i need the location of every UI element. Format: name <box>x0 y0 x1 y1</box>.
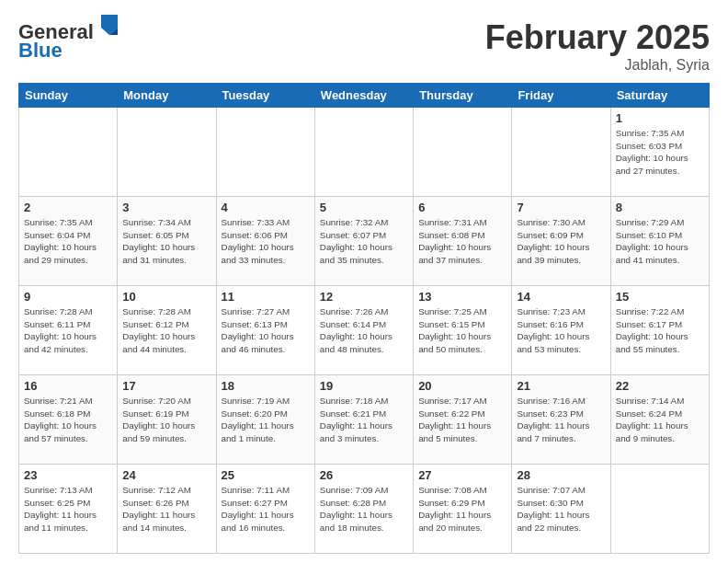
day-info: Sunrise: 7:13 AM Sunset: 6:25 PM Dayligh… <box>24 484 112 534</box>
day-info: Sunrise: 7:14 AM Sunset: 6:24 PM Dayligh… <box>616 395 704 445</box>
day-info: Sunrise: 7:21 AM Sunset: 6:18 PM Dayligh… <box>24 395 112 445</box>
day-number: 13 <box>418 290 506 304</box>
calendar-cell: 14Sunrise: 7:23 AM Sunset: 6:16 PM Dayli… <box>512 286 610 375</box>
day-info: Sunrise: 7:26 AM Sunset: 6:14 PM Dayligh… <box>320 305 408 356</box>
calendar-cell <box>512 108 610 197</box>
month-year: February 2025 <box>485 18 710 57</box>
day-info: Sunrise: 7:35 AM Sunset: 6:03 PM Dayligh… <box>616 127 704 178</box>
calendar-week-3: 9Sunrise: 7:28 AM Sunset: 6:11 PM Daylig… <box>19 286 710 375</box>
calendar-cell: 24Sunrise: 7:12 AM Sunset: 6:26 PM Dayli… <box>118 465 216 554</box>
day-info: Sunrise: 7:08 AM Sunset: 6:29 PM Dayligh… <box>418 484 506 534</box>
col-header-monday: Monday <box>118 84 216 108</box>
day-number: 25 <box>222 468 310 482</box>
page: General Blue February 2025 Jablah, Syria… <box>0 0 728 563</box>
calendar-cell: 11Sunrise: 7:27 AM Sunset: 6:13 PM Dayli… <box>216 286 314 375</box>
col-header-wednesday: Wednesday <box>314 84 413 108</box>
day-info: Sunrise: 7:25 AM Sunset: 6:15 PM Dayligh… <box>418 305 506 356</box>
day-info: Sunrise: 7:22 AM Sunset: 6:17 PM Dayligh… <box>616 305 704 356</box>
calendar-cell <box>216 108 314 197</box>
day-number: 17 <box>122 379 210 393</box>
day-info: Sunrise: 7:29 AM Sunset: 6:10 PM Dayligh… <box>616 216 704 267</box>
day-number: 3 <box>122 201 210 214</box>
location: Jablah, Syria <box>485 57 710 74</box>
calendar-cell: 27Sunrise: 7:08 AM Sunset: 6:29 PM Dayli… <box>414 465 512 554</box>
calendar-week-4: 16Sunrise: 7:21 AM Sunset: 6:18 PM Dayli… <box>19 375 710 465</box>
day-info: Sunrise: 7:16 AM Sunset: 6:23 PM Dayligh… <box>517 395 605 445</box>
day-info: Sunrise: 7:11 AM Sunset: 6:27 PM Dayligh… <box>222 484 310 534</box>
calendar-week-5: 23Sunrise: 7:13 AM Sunset: 6:25 PM Dayli… <box>19 465 710 554</box>
day-number: 7 <box>517 201 605 214</box>
day-info: Sunrise: 7:07 AM Sunset: 6:30 PM Dayligh… <box>517 484 605 534</box>
day-number: 19 <box>320 379 408 393</box>
day-info: Sunrise: 7:32 AM Sunset: 6:07 PM Dayligh… <box>320 216 408 267</box>
col-header-sunday: Sunday <box>19 84 118 108</box>
day-info: Sunrise: 7:19 AM Sunset: 6:20 PM Dayligh… <box>222 395 310 445</box>
day-number: 22 <box>616 379 704 393</box>
calendar-cell: 19Sunrise: 7:18 AM Sunset: 6:21 PM Dayli… <box>314 375 413 465</box>
day-number: 21 <box>517 379 605 393</box>
day-info: Sunrise: 7:27 AM Sunset: 6:13 PM Dayligh… <box>222 305 310 356</box>
calendar-cell: 16Sunrise: 7:21 AM Sunset: 6:18 PM Dayli… <box>19 375 118 465</box>
day-info: Sunrise: 7:35 AM Sunset: 6:04 PM Dayligh… <box>24 216 112 267</box>
day-info: Sunrise: 7:17 AM Sunset: 6:22 PM Dayligh… <box>418 395 506 445</box>
calendar-cell: 7Sunrise: 7:30 AM Sunset: 6:09 PM Daylig… <box>512 197 610 286</box>
day-number: 9 <box>24 290 112 304</box>
day-info: Sunrise: 7:28 AM Sunset: 6:11 PM Dayligh… <box>24 305 112 356</box>
day-info: Sunrise: 7:34 AM Sunset: 6:05 PM Dayligh… <box>122 216 210 267</box>
calendar-cell: 23Sunrise: 7:13 AM Sunset: 6:25 PM Dayli… <box>19 465 118 554</box>
day-info: Sunrise: 7:20 AM Sunset: 6:19 PM Dayligh… <box>122 395 210 445</box>
calendar-cell <box>19 108 118 197</box>
logo-icon <box>101 15 118 35</box>
calendar-cell: 2Sunrise: 7:35 AM Sunset: 6:04 PM Daylig… <box>19 197 118 286</box>
calendar-cell: 18Sunrise: 7:19 AM Sunset: 6:20 PM Dayli… <box>216 375 314 465</box>
calendar-cell: 1Sunrise: 7:35 AM Sunset: 6:03 PM Daylig… <box>610 108 709 197</box>
day-number: 10 <box>122 290 210 304</box>
day-number: 27 <box>418 468 506 482</box>
logo: General Blue <box>18 18 118 62</box>
day-number: 4 <box>222 201 310 214</box>
day-number: 12 <box>320 290 408 304</box>
day-number: 2 <box>24 201 112 214</box>
calendar-week-2: 2Sunrise: 7:35 AM Sunset: 6:04 PM Daylig… <box>19 197 710 286</box>
calendar-cell <box>118 108 216 197</box>
calendar-week-1: 1Sunrise: 7:35 AM Sunset: 6:03 PM Daylig… <box>19 108 710 197</box>
day-number: 23 <box>24 468 112 482</box>
day-number: 15 <box>616 290 704 304</box>
day-number: 14 <box>517 290 605 304</box>
calendar-cell: 6Sunrise: 7:31 AM Sunset: 6:08 PM Daylig… <box>414 197 512 286</box>
day-number: 28 <box>517 468 605 482</box>
col-header-thursday: Thursday <box>414 84 512 108</box>
calendar-cell: 9Sunrise: 7:28 AM Sunset: 6:11 PM Daylig… <box>19 286 118 375</box>
day-info: Sunrise: 7:09 AM Sunset: 6:28 PM Dayligh… <box>320 484 408 534</box>
calendar-cell <box>314 108 413 197</box>
day-info: Sunrise: 7:23 AM Sunset: 6:16 PM Dayligh… <box>517 305 605 356</box>
day-info: Sunrise: 7:28 AM Sunset: 6:12 PM Dayligh… <box>122 305 210 356</box>
calendar-cell: 12Sunrise: 7:26 AM Sunset: 6:14 PM Dayli… <box>314 286 413 375</box>
calendar-cell: 15Sunrise: 7:22 AM Sunset: 6:17 PM Dayli… <box>610 286 709 375</box>
day-info: Sunrise: 7:33 AM Sunset: 6:06 PM Dayligh… <box>222 216 310 267</box>
day-number: 6 <box>418 201 506 214</box>
calendar-table: SundayMondayTuesdayWednesdayThursdayFrid… <box>18 83 710 554</box>
day-info: Sunrise: 7:18 AM Sunset: 6:21 PM Dayligh… <box>320 395 408 445</box>
day-number: 5 <box>320 201 408 214</box>
day-number: 20 <box>418 379 506 393</box>
day-number: 16 <box>24 379 112 393</box>
day-number: 11 <box>222 290 310 304</box>
calendar-cell <box>610 465 709 554</box>
col-header-tuesday: Tuesday <box>216 84 314 108</box>
calendar-cell: 17Sunrise: 7:20 AM Sunset: 6:19 PM Dayli… <box>118 375 216 465</box>
calendar-cell: 5Sunrise: 7:32 AM Sunset: 6:07 PM Daylig… <box>314 197 413 286</box>
title-block: February 2025 Jablah, Syria <box>485 18 710 74</box>
col-header-friday: Friday <box>512 84 610 108</box>
calendar-cell: 20Sunrise: 7:17 AM Sunset: 6:22 PM Dayli… <box>414 375 512 465</box>
calendar-cell: 28Sunrise: 7:07 AM Sunset: 6:30 PM Dayli… <box>512 465 610 554</box>
calendar-cell: 13Sunrise: 7:25 AM Sunset: 6:15 PM Dayli… <box>414 286 512 375</box>
calendar-cell: 21Sunrise: 7:16 AM Sunset: 6:23 PM Dayli… <box>512 375 610 465</box>
day-number: 26 <box>320 468 408 482</box>
day-number: 8 <box>616 201 704 214</box>
day-info: Sunrise: 7:12 AM Sunset: 6:26 PM Dayligh… <box>122 484 210 534</box>
calendar-cell <box>414 108 512 197</box>
calendar-cell: 3Sunrise: 7:34 AM Sunset: 6:05 PM Daylig… <box>118 197 216 286</box>
calendar-cell: 22Sunrise: 7:14 AM Sunset: 6:24 PM Dayli… <box>610 375 709 465</box>
calendar-cell: 10Sunrise: 7:28 AM Sunset: 6:12 PM Dayli… <box>118 286 216 375</box>
